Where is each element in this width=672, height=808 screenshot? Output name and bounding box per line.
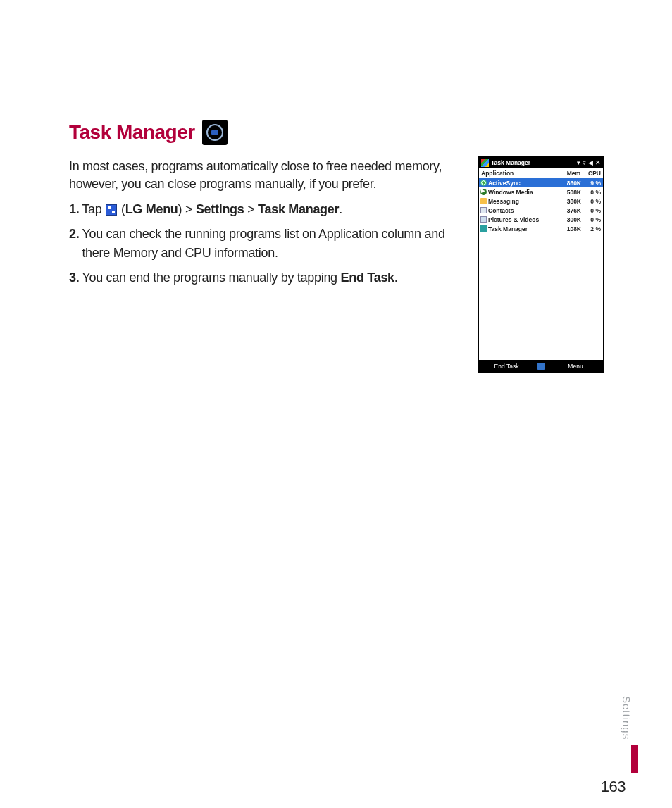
table-row[interactable]: ActiveSync860K9 % bbox=[479, 178, 603, 187]
text: ) > bbox=[178, 202, 196, 216]
heading-row: Task Manager bbox=[69, 120, 604, 145]
device-rows: ActiveSync860K9 %Windows Media508K0 %Mes… bbox=[479, 178, 603, 360]
device-title: Task Manager bbox=[491, 159, 530, 166]
cpu-value: 0 % bbox=[583, 216, 603, 223]
signal-icon: ▾ bbox=[577, 159, 580, 166]
app-name: Windows Media bbox=[488, 189, 533, 196]
keyboard-icon[interactable] bbox=[534, 363, 548, 370]
windows-flag-icon bbox=[481, 159, 489, 167]
mem-value: 860K bbox=[559, 180, 583, 187]
bold-text: LG Menu bbox=[125, 202, 178, 216]
app-icon bbox=[480, 216, 487, 223]
device-softbar: End Task Menu bbox=[479, 360, 603, 373]
mem-value: 380K bbox=[559, 198, 583, 205]
page-number: 163 bbox=[601, 778, 626, 796]
step-number: 2. bbox=[69, 225, 79, 263]
mem-value: 300K bbox=[559, 216, 583, 223]
device-titlebar: Task Manager ▾ ▿ ◀ ✕ bbox=[479, 157, 603, 168]
app-name: Contacts bbox=[488, 207, 514, 214]
close-icon: ✕ bbox=[595, 159, 601, 166]
step-body: You can check the running programs list … bbox=[82, 225, 471, 263]
text: . bbox=[394, 271, 398, 285]
cpu-value: 0 % bbox=[583, 207, 603, 214]
table-row[interactable]: Messaging380K0 % bbox=[479, 197, 603, 206]
col-cpu: CPU bbox=[583, 168, 603, 178]
app-icon bbox=[480, 198, 487, 204]
task-manager-icon bbox=[202, 120, 228, 145]
filter-icon: ▿ bbox=[583, 159, 586, 166]
table-row[interactable]: Task Manager108K2 % bbox=[479, 224, 603, 233]
lg-menu-icon bbox=[106, 204, 117, 216]
page-title: Task Manager bbox=[69, 121, 195, 144]
app-icon bbox=[480, 225, 487, 232]
table-row[interactable]: Pictures & Videos300K0 % bbox=[479, 215, 603, 224]
mem-value: 508K bbox=[559, 189, 583, 196]
col-mem: Mem bbox=[559, 168, 583, 178]
mem-value: 376K bbox=[559, 207, 583, 214]
step-number: 1. bbox=[69, 200, 79, 219]
table-row[interactable]: Windows Media508K0 % bbox=[479, 187, 603, 197]
text: > bbox=[244, 202, 258, 216]
steps-list: 1. Tap (LG Menu) > Settings > Task Manag… bbox=[69, 200, 471, 287]
intro-paragraph: In most cases, programs automatically cl… bbox=[69, 158, 471, 193]
device-screenshot: Task Manager ▾ ▿ ◀ ✕ Application Mem CPU… bbox=[478, 156, 604, 373]
step-1: 1. Tap (LG Menu) > Settings > Task Manag… bbox=[69, 200, 471, 219]
text: Tap bbox=[82, 202, 105, 216]
bold-text: Settings bbox=[196, 202, 244, 216]
section-tab: Settings bbox=[621, 696, 633, 740]
cpu-value: 2 % bbox=[583, 225, 603, 232]
step-number: 3. bbox=[69, 268, 79, 287]
table-row[interactable]: Contacts376K0 % bbox=[479, 206, 603, 215]
section-tab-bar bbox=[631, 745, 638, 773]
bold-text: End Task bbox=[341, 271, 394, 285]
cpu-value: 0 % bbox=[583, 189, 603, 196]
cpu-value: 9 % bbox=[583, 180, 603, 187]
step-3: 3. You can end the programs manually by … bbox=[69, 268, 471, 287]
app-icon bbox=[480, 189, 487, 195]
softkey-end-task[interactable]: End Task bbox=[479, 363, 534, 370]
app-icon bbox=[480, 180, 487, 186]
bold-text: Task Manager bbox=[258, 202, 339, 216]
col-application: Application bbox=[479, 168, 559, 178]
app-name: Task Manager bbox=[488, 225, 528, 232]
mem-value: 108K bbox=[559, 225, 583, 232]
volume-icon: ◀ bbox=[588, 159, 593, 166]
app-name: Messaging bbox=[488, 198, 519, 205]
text: You can end the programs manually by tap… bbox=[82, 271, 340, 285]
step-body: Tap (LG Menu) > Settings > Task Manager. bbox=[82, 200, 342, 219]
step-body: You can end the programs manually by tap… bbox=[82, 268, 397, 287]
cpu-value: 0 % bbox=[583, 198, 603, 205]
device-column-headers: Application Mem CPU bbox=[479, 168, 603, 178]
app-icon bbox=[480, 207, 487, 213]
text: . bbox=[339, 202, 342, 216]
softkey-menu[interactable]: Menu bbox=[548, 363, 603, 370]
step-2: 2. You can check the running programs li… bbox=[69, 225, 471, 263]
app-name: Pictures & Videos bbox=[488, 216, 539, 223]
app-name: ActiveSync bbox=[488, 180, 521, 187]
